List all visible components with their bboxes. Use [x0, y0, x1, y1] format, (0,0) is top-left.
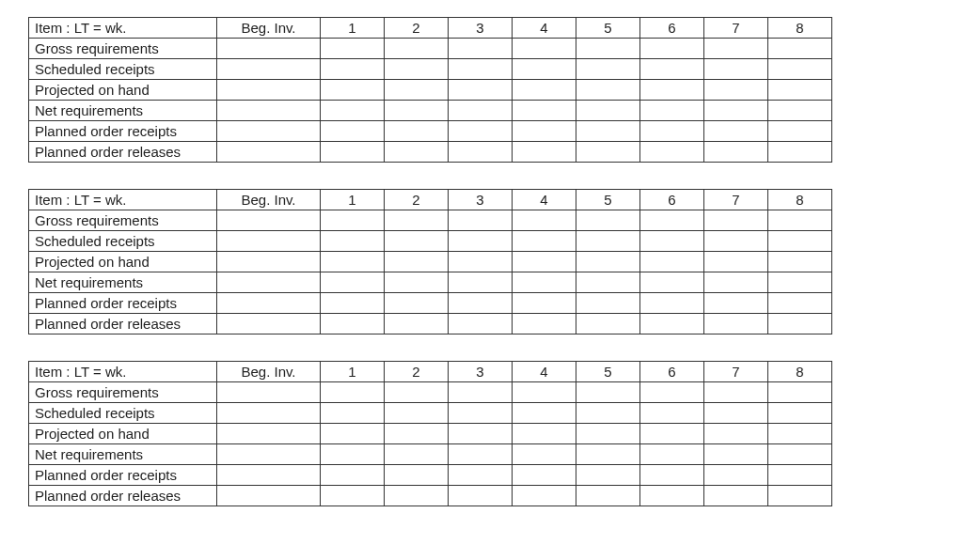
beg-inv-cell [217, 382, 321, 403]
data-cell [321, 101, 385, 121]
data-cell [385, 403, 449, 424]
item-lt-header: Item : LT = wk. [29, 362, 217, 382]
week-header: 8 [768, 190, 832, 210]
data-cell [513, 486, 576, 506]
data-cell [768, 59, 832, 80]
data-cell [385, 314, 449, 334]
data-cell [768, 293, 832, 314]
data-cell [704, 293, 768, 314]
data-cell [321, 39, 385, 59]
data-cell [513, 314, 576, 334]
beg-inv-cell [217, 444, 321, 465]
data-cell [768, 210, 832, 231]
table-row: Net requirements [29, 444, 832, 465]
beg-inv-header: Beg. Inv. [217, 362, 321, 382]
data-cell [385, 272, 449, 293]
data-cell [385, 142, 449, 163]
row-label: Scheduled receipts [29, 231, 217, 252]
data-cell [513, 403, 576, 424]
data-cell [640, 210, 704, 231]
data-cell [768, 142, 832, 163]
data-cell [385, 382, 449, 403]
beg-inv-cell [217, 272, 321, 293]
data-cell [449, 293, 513, 314]
data-cell [640, 465, 704, 486]
data-cell [704, 231, 768, 252]
beg-inv-cell [217, 465, 321, 486]
table-row: Planned order receipts [29, 293, 832, 314]
data-cell [513, 142, 576, 163]
data-cell [385, 424, 449, 444]
data-cell [576, 210, 640, 231]
beg-inv-cell [217, 252, 321, 272]
data-cell [513, 252, 576, 272]
data-cell [704, 121, 768, 142]
mrp-table: Item : LT = wk.Beg. Inv.12345678Gross re… [28, 17, 832, 163]
data-cell [385, 101, 449, 121]
data-cell [576, 272, 640, 293]
table-row: Gross requirements [29, 210, 832, 231]
data-cell [704, 252, 768, 272]
data-cell [576, 80, 640, 101]
data-cell [640, 293, 704, 314]
data-cell [768, 444, 832, 465]
beg-inv-cell [217, 39, 321, 59]
table-row: Planned order releases [29, 314, 832, 334]
week-header: 6 [640, 190, 704, 210]
week-header: 6 [640, 362, 704, 382]
data-cell [640, 444, 704, 465]
week-header: 8 [768, 362, 832, 382]
data-cell [704, 424, 768, 444]
data-cell [321, 252, 385, 272]
table-row: Planned order releases [29, 486, 832, 506]
beg-inv-cell [217, 59, 321, 80]
data-cell [513, 382, 576, 403]
data-cell [704, 403, 768, 424]
data-cell [321, 142, 385, 163]
row-label: Projected on hand [29, 424, 217, 444]
data-cell [576, 424, 640, 444]
row-label: Gross requirements [29, 210, 217, 231]
data-cell [768, 252, 832, 272]
data-cell [385, 465, 449, 486]
data-cell [449, 444, 513, 465]
data-cell [321, 231, 385, 252]
data-cell [704, 314, 768, 334]
table-header-row: Item : LT = wk.Beg. Inv.12345678 [29, 18, 832, 39]
data-cell [449, 465, 513, 486]
week-header: 3 [449, 190, 513, 210]
data-cell [321, 486, 385, 506]
data-cell [576, 101, 640, 121]
table-row: Scheduled receipts [29, 403, 832, 424]
data-cell [449, 39, 513, 59]
beg-inv-cell [217, 314, 321, 334]
data-cell [513, 444, 576, 465]
beg-inv-cell [217, 142, 321, 163]
data-cell [321, 59, 385, 80]
data-cell [576, 444, 640, 465]
beg-inv-cell [217, 293, 321, 314]
data-cell [449, 272, 513, 293]
row-label: Net requirements [29, 101, 217, 121]
data-cell [449, 101, 513, 121]
data-cell [640, 272, 704, 293]
data-cell [449, 252, 513, 272]
row-label: Planned order receipts [29, 293, 217, 314]
row-label: Planned order receipts [29, 465, 217, 486]
data-cell [321, 293, 385, 314]
table-row: Scheduled receipts [29, 231, 832, 252]
week-header: 1 [321, 362, 385, 382]
data-cell [768, 465, 832, 486]
data-cell [513, 39, 576, 59]
data-cell [640, 486, 704, 506]
week-header: 3 [449, 18, 513, 39]
data-cell [449, 80, 513, 101]
row-label: Planned order releases [29, 142, 217, 163]
table-header-row: Item : LT = wk.Beg. Inv.12345678 [29, 190, 832, 210]
week-header: 2 [385, 190, 449, 210]
data-cell [385, 210, 449, 231]
week-header: 7 [704, 190, 768, 210]
row-label: Net requirements [29, 272, 217, 293]
table-row: Planned order receipts [29, 121, 832, 142]
row-label: Planned order releases [29, 314, 217, 334]
